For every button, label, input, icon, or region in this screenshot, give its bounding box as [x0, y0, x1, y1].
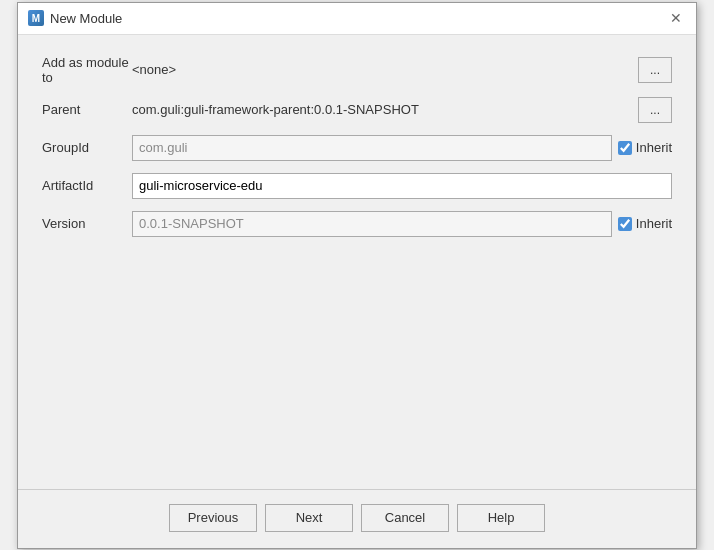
add-as-module-label: Add as module to — [42, 55, 132, 85]
new-module-dialog: M New Module ✕ Add as module to <none> .… — [17, 2, 697, 549]
form-content: Add as module to <none> ... Parent com.g… — [18, 35, 696, 489]
group-id-input[interactable] — [132, 135, 612, 161]
group-id-inherit-checkbox[interactable] — [618, 141, 632, 155]
group-id-inherit-label: Inherit — [636, 140, 672, 155]
version-inherit-container: Inherit — [618, 216, 672, 231]
add-as-module-browse-button[interactable]: ... — [638, 57, 672, 83]
version-label: Version — [42, 216, 132, 231]
previous-button[interactable]: Previous — [169, 504, 257, 532]
parent-browse-button[interactable]: ... — [638, 97, 672, 123]
parent-label: Parent — [42, 102, 132, 117]
help-button[interactable]: Help — [457, 504, 545, 532]
window-title: New Module — [50, 11, 122, 26]
add-as-module-value: <none> — [132, 62, 632, 77]
parent-row: Parent com.guli:guli-framework-parent:0.… — [42, 97, 672, 123]
version-inherit-checkbox[interactable] — [618, 217, 632, 231]
group-id-row: GroupId Inherit — [42, 135, 672, 161]
content-spacer — [42, 249, 672, 469]
add-as-module-row: Add as module to <none> ... — [42, 55, 672, 85]
close-button[interactable]: ✕ — [666, 8, 686, 28]
group-id-inherit-container: Inherit — [618, 140, 672, 155]
artifact-id-row: ArtifactId — [42, 173, 672, 199]
next-button[interactable]: Next — [265, 504, 353, 532]
cancel-button[interactable]: Cancel — [361, 504, 449, 532]
dialog-footer: Previous Next Cancel Help — [18, 489, 696, 548]
title-bar: M New Module ✕ — [18, 3, 696, 35]
artifact-id-input[interactable] — [132, 173, 672, 199]
window-icon: M — [28, 10, 44, 26]
version-row: Version Inherit — [42, 211, 672, 237]
parent-value: com.guli:guli-framework-parent:0.0.1-SNA… — [132, 102, 632, 117]
title-bar-left: M New Module — [28, 10, 122, 26]
artifact-id-label: ArtifactId — [42, 178, 132, 193]
group-id-label: GroupId — [42, 140, 132, 155]
version-inherit-label: Inherit — [636, 216, 672, 231]
version-input[interactable] — [132, 211, 612, 237]
